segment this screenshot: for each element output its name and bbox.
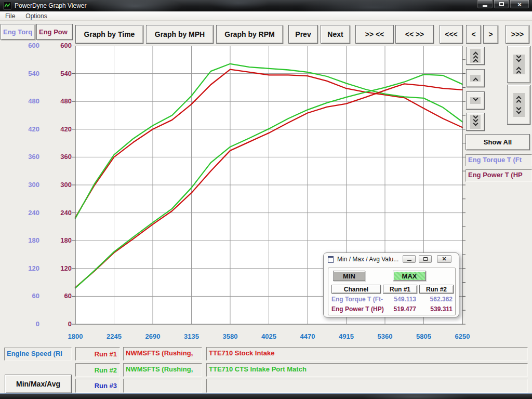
run2-label: Run #2 (75, 363, 120, 377)
y-scale-down-button[interactable] (466, 91, 485, 110)
popup-torque-run1-value: 549.113 (382, 296, 416, 303)
menu-options[interactable]: Options (20, 12, 52, 20)
y-scale-up-button[interactable] (466, 69, 485, 87)
triple-chevron-down-icon (470, 115, 481, 129)
torque-tick-label: 60 (0, 292, 39, 300)
popup-close-icon: ✕ (442, 256, 446, 262)
menu-file[interactable]: File (0, 12, 20, 20)
maximize-icon (499, 2, 504, 6)
run3-comment-box[interactable] (123, 379, 202, 393)
popup-column-run2[interactable]: Run #2 (419, 285, 454, 294)
prev-button[interactable]: Prev (288, 25, 318, 44)
popup-column-run1[interactable]: Run #1 (383, 285, 417, 294)
scroll-left-button[interactable]: < (466, 25, 481, 44)
legend-power-channel[interactable]: Eng Power T (HP (466, 169, 532, 182)
popup-maximize-button[interactable] (419, 255, 432, 263)
y-axis-channel-torque-button[interactable]: Eng Torq (1, 24, 35, 40)
scroll-right-fast-button[interactable]: >>> (506, 25, 529, 44)
zoom-out-x-button[interactable]: << >> (395, 25, 434, 44)
popup-row-torque-channel: Eng Torque T (Ft- (331, 296, 383, 303)
popup-close-button[interactable]: ✕ (437, 255, 451, 263)
torque-axis-ticks: 060120180240300360420480540600 (0, 0, 39, 399)
min-toggle-button[interactable]: MIN (333, 271, 365, 281)
run2-description-box[interactable]: TTE710 CTS Intake Port Match (206, 363, 528, 377)
minmaxavg-button[interactable]: Min/Max/Avg (5, 375, 72, 393)
rpm-tick-label: 5360 (378, 332, 393, 341)
rpm-tick-label: 2690 (145, 332, 161, 341)
scroll-left-fast-button[interactable]: <<< (440, 25, 463, 44)
run2-comment: NWMSFTS (Rushing, (126, 365, 193, 373)
compress-chevrons-icon (513, 55, 525, 74)
power-tick-label: 480 (43, 97, 72, 105)
torque-tick-label: 300 (0, 181, 39, 189)
chevron-down-icon (470, 97, 481, 104)
torque-tick-label: 120 (0, 264, 39, 273)
rpm-tick-label: 3580 (223, 332, 238, 341)
rpm-tick-label: 3135 (184, 332, 199, 341)
rpm-tick-label: 1800 (68, 332, 83, 341)
popup-power-run2-value: 539.311 (418, 305, 453, 313)
popup-power-run1-value: 519.477 (382, 305, 416, 313)
torque-channel-label: Eng Torq (3, 28, 32, 36)
rpm-tick-label: 2245 (107, 332, 122, 341)
power-tick-label: 420 (43, 125, 72, 134)
run3-label: Run #3 (75, 379, 120, 393)
minimize-icon (483, 5, 487, 7)
y-scale-down-fast-button[interactable] (466, 113, 485, 131)
run2-description: TTE710 CTS Intake Port Match (209, 365, 307, 373)
y-scale-up-fast-button[interactable] (466, 47, 485, 65)
x-channel-box[interactable]: Engine Speed (RI (4, 348, 72, 361)
popup-maximize-icon (423, 257, 428, 261)
max-toggle-button[interactable]: MAX (393, 271, 426, 281)
maximize-button[interactable] (494, 0, 509, 9)
torque-tick-label: 420 (0, 125, 39, 134)
run1-description-box[interactable]: TTE710 Stock Intake (206, 347, 528, 361)
popup-window-icon (328, 256, 334, 263)
popup-minimize-button[interactable] (403, 255, 416, 263)
power-tick-label: 360 (43, 153, 72, 161)
rpm-tick-label: 4470 (300, 332, 315, 341)
menu-bar: File Options (0, 11, 532, 21)
popup-torque-run2-value: 562.362 (418, 296, 453, 303)
rpm-tick-label: 5805 (416, 332, 431, 341)
expand-chevrons-icon (513, 93, 525, 117)
close-button[interactable]: × (510, 0, 529, 9)
window-bottom-border (0, 393, 532, 399)
run1-comment: NWMSFTS (Rushing, (126, 349, 193, 357)
graph-by-rpm-button[interactable]: Graph by RPM (216, 25, 283, 44)
torque-tick-label: 600 (0, 42, 39, 50)
window-title: PowerDyne Graph Viewer (15, 2, 87, 9)
power-tick-label: 0 (43, 320, 72, 328)
app-icon (3, 2, 11, 10)
graph-by-mph-button[interactable]: Graph by MPH (146, 25, 214, 44)
power-tick-label: 180 (43, 236, 72, 245)
power-tick-label: 600 (43, 42, 72, 50)
power-channel-label: Eng Pow (39, 28, 68, 36)
run3-description-box[interactable] (206, 379, 528, 393)
minmax-popup-window[interactable]: Min / Max / Avg Valu... ✕ MIN MAX Channe… (323, 252, 459, 317)
popup-column-channel[interactable]: Channel (331, 285, 381, 294)
legend-torque-channel[interactable]: Eng Torque T (Ft (466, 154, 532, 166)
graph-by-time-button[interactable]: Graph by Time (75, 25, 143, 44)
chevron-up-icon (470, 75, 481, 82)
x-channel-label: Engine Speed (RI (7, 350, 62, 357)
popup-row-power-channel: Eng Power T (HP) (331, 305, 389, 313)
zoom-in-x-button[interactable]: >> << (355, 25, 394, 44)
close-icon: × (517, 1, 522, 8)
power-tick-label: 240 (43, 209, 72, 217)
torque-tick-label: 480 (0, 97, 39, 105)
title-bar[interactable]: PowerDyne Graph Viewer × (0, 0, 532, 11)
torque-tick-label: 180 (0, 236, 39, 245)
y-axis-channel-power-button[interactable]: Eng Pow (36, 24, 73, 40)
power-tick-label: 300 (43, 181, 72, 189)
rpm-tick-label: 4025 (261, 332, 276, 341)
y-expand-button[interactable] (507, 85, 530, 125)
scroll-right-button[interactable]: > (483, 25, 498, 44)
minimize-button[interactable] (477, 0, 493, 9)
y-compress-button[interactable] (507, 46, 530, 83)
show-all-button[interactable]: Show All (466, 134, 530, 150)
run1-comment-box[interactable]: NWMSFTS (Rushing, (123, 347, 202, 361)
run2-comment-box[interactable]: NWMSFTS (Rushing, (123, 363, 202, 377)
rpm-tick-label: 4915 (339, 332, 354, 341)
next-button[interactable]: Next (321, 25, 350, 44)
